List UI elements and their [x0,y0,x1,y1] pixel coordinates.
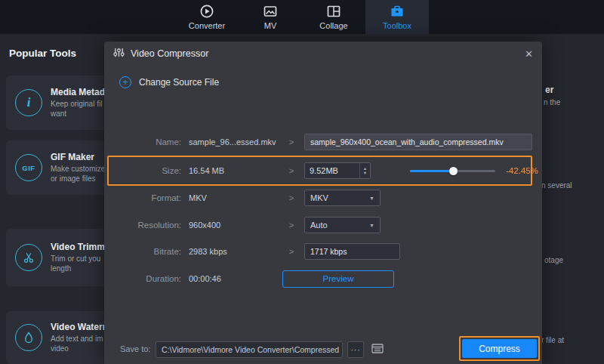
plus-icon: + [119,76,131,88]
app-window: Converter MV Collage Toolbox [0,0,604,364]
tab-collage[interactable]: Collage [302,0,365,34]
tool-card-desc: Make customize [51,165,105,174]
size-spinner-arrows: ▲ ▼ [359,163,370,178]
tab-toolbox[interactable]: Toolbox [365,0,429,34]
clipped-text-fragment: er [545,85,553,95]
size-reduction-percent: -42.45% [506,166,538,175]
clipped-text-fragment: n several [541,181,572,190]
clipped-text-fragment: n the [544,98,560,106]
tab-label: MV [264,21,277,30]
chevron-right-icon: > [285,247,298,256]
format-source-value: MKV [189,193,285,202]
size-value: 9.52MB [305,166,359,175]
tool-card-text: GIF Maker Make customize or image files [51,152,105,184]
name-row: Name: sample_96...essed.mkv > sample_960… [104,133,542,151]
compress-button[interactable]: Compress [462,339,537,358]
info-icon: i [15,89,42,116]
clipped-text-fragment: r file at [541,336,564,344]
size-spinner[interactable]: 9.52MB ▲ ▼ [304,162,371,179]
toolbox-icon [390,4,405,19]
spinner-down-icon[interactable]: ▼ [363,171,367,175]
size-slider[interactable] [410,166,495,175]
tool-card-desc: video [51,344,110,354]
resolution-selected-value: Auto [310,221,369,230]
bitrate-label: Bitrate: [104,247,181,256]
folder-icon [371,343,384,356]
mv-icon [263,4,278,19]
chevron-right-icon: > [285,166,298,175]
open-folder-button[interactable] [368,341,387,358]
size-row: Size: 16.54 MB > 9.52MB ▲ ▼ -42.45% [104,162,542,180]
popular-tools-heading: Popular Tools [9,48,76,59]
tool-card-title: Video Waterm [51,322,110,332]
tool-card-desc: Add text and im [51,335,110,344]
clipped-text-fragment: otage [544,256,563,264]
tab-label: Collage [319,21,347,30]
format-selected-value: MKV [310,193,369,202]
scissors-icon [15,244,42,271]
chevron-right-icon: > [285,221,298,230]
chevron-down-icon: ▼ [369,196,374,201]
change-source-label: Change Source File [139,77,219,88]
tab-bar: Converter MV Collage Toolbox [175,0,429,34]
bitrate-row: Bitrate: 2983 kbps > 1717 kbps [104,242,542,261]
format-row: Format: MKV > MKV ▼ [104,189,542,207]
collage-icon [326,4,341,19]
name-label: Name: [104,137,181,147]
compressor-icon [113,47,125,61]
tab-label: Converter [189,21,225,30]
resolution-label: Resolution: [104,221,181,230]
video-compressor-dialog: Video Compressor ✕ + Change Source File … [104,42,542,364]
top-navigation: Converter MV Collage Toolbox [0,0,604,34]
spinner-up-icon[interactable]: ▲ [363,167,367,171]
tab-converter[interactable]: Converter [175,0,239,34]
close-icon[interactable]: ✕ [525,49,533,59]
slider-thumb[interactable] [449,167,458,175]
tool-card-desc: or image files [51,174,105,184]
duration-label: Duration: [104,274,181,283]
format-label: Format: [104,193,181,202]
tab-label: Toolbox [383,21,411,30]
converter-icon [199,4,214,19]
size-source-value: 16.54 MB [189,166,285,175]
tab-mv[interactable]: MV [239,0,302,34]
change-source-file-button[interactable]: + Change Source File [119,76,219,88]
tool-card-text: Video Waterm Add text and im video [51,322,110,353]
save-to-label: Save to: [120,344,150,353]
chevron-right-icon: > [285,137,298,147]
duration-row: Duration: 00:00:46 Preview [104,270,542,288]
water-drop-icon [15,324,42,351]
dialog-title: Video Compressor [131,48,208,59]
format-select[interactable]: MKV ▼ [304,190,381,206]
name-source-value: sample_96...essed.mkv [189,137,285,147]
dialog-titlebar: Video Compressor ✕ [104,42,542,66]
name-input[interactable]: sample_960x400_ocean_with_audio_compress… [304,134,532,150]
bitrate-input[interactable]: 1717 kbps [304,243,400,260]
chevron-down-icon: ▼ [369,223,374,228]
preview-button[interactable]: Preview [282,270,394,288]
bitrate-source-value: 2983 kbps [189,247,285,256]
save-path-input[interactable]: C:\Vidmore\Vidmore Video Converter\Compr… [156,341,343,358]
tool-card-title: GIF Maker [51,152,105,162]
gif-icon: GIF [15,154,42,181]
browse-button[interactable]: ··· [347,341,364,358]
slider-fill [410,170,453,172]
resolution-source-value: 960x400 [189,221,285,230]
resolution-row: Resolution: 960x400 > Auto ▼ [104,216,542,234]
resolution-select[interactable]: Auto ▼ [304,217,381,233]
chevron-right-icon: > [285,193,298,202]
duration-source-value: 00:00:46 [189,274,285,283]
size-label: Size: [104,166,181,175]
